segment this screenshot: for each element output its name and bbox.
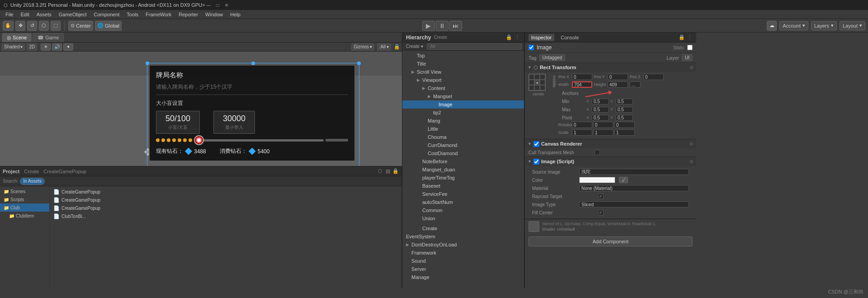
comp-menu-icon[interactable]: ⚙ xyxy=(689,65,693,70)
hier-content[interactable]: ▶ Content xyxy=(402,84,524,92)
menu-edit[interactable]: Edit xyxy=(17,10,33,19)
expand-icon[interactable]: ▶ xyxy=(428,94,433,99)
center-button[interactable]: ⊙ Center xyxy=(68,21,93,31)
in-assets-button[interactable]: In Assets xyxy=(20,178,45,185)
transform-hand-tool[interactable]: ✋ xyxy=(3,21,14,31)
canvas-renderer-header[interactable]: ▼ Canvas Renderer ⚙ xyxy=(525,139,696,148)
hier-common[interactable]: Common xyxy=(402,206,524,214)
pivot-x-input[interactable]: 0.5 xyxy=(592,115,609,121)
hier-dontdestroy[interactable]: ▶ DontDestroyOnLoad xyxy=(402,241,524,249)
expand-icon[interactable]: ▶ xyxy=(417,78,422,82)
rect-cell-tc[interactable] xyxy=(534,74,540,80)
layer-value[interactable]: UI xyxy=(682,54,693,61)
2d-button[interactable]: 2D xyxy=(27,43,37,51)
hier-notebefore[interactable]: NoteBefore xyxy=(402,157,524,166)
tab-game[interactable]: ☎ Game xyxy=(33,33,64,42)
scale-x-input[interactable]: 1 xyxy=(572,129,592,136)
light-toggle[interactable]: ☀ xyxy=(41,43,51,51)
add-component-button[interactable]: Add Component xyxy=(528,237,693,246)
comp-menu-icon[interactable]: ⚙ xyxy=(689,142,693,147)
maximize-button[interactable]: □ xyxy=(214,1,221,9)
image-type-value[interactable]: Sliced xyxy=(579,201,689,208)
menu-component[interactable]: Component xyxy=(90,10,123,19)
close-button[interactable]: ✕ xyxy=(223,1,230,9)
file-1[interactable]: 📄 CreateGamePopup xyxy=(52,188,400,195)
max-x-input[interactable]: 0.5 xyxy=(592,107,609,113)
hier-eventsystem[interactable]: EventSystem xyxy=(402,232,524,241)
cull-checkbox[interactable] xyxy=(594,150,600,155)
menu-assets[interactable]: Assets xyxy=(33,10,55,19)
slider-thumb[interactable] xyxy=(194,135,204,145)
transform-move-tool[interactable]: ✥ xyxy=(15,21,25,31)
minimize-button[interactable]: — xyxy=(205,1,212,9)
menu-gameobject[interactable]: GameObject xyxy=(55,10,90,19)
proj-clubitem[interactable]: 📁ClubItem xyxy=(0,212,49,220)
hier-chouma[interactable]: Chouma xyxy=(402,133,524,141)
hier-servicefee[interactable]: ServiceFee xyxy=(402,190,524,198)
rect-transform-header[interactable]: ▼ ⬡ Rect Transform ⚙ xyxy=(525,63,696,72)
hier-image[interactable]: Image xyxy=(402,100,524,109)
rect-cell-tr[interactable] xyxy=(540,74,545,80)
hier-currdiamond[interactable]: CurrDiamond xyxy=(402,141,524,149)
hier-title[interactable]: Title xyxy=(402,60,524,68)
hier-tip2[interactable]: tip2 xyxy=(402,109,524,117)
canvas-renderer-checkbox[interactable] xyxy=(533,141,539,147)
pos-z-input[interactable]: 0 xyxy=(643,74,664,80)
file-2[interactable]: 📄 CreateGamePopup xyxy=(52,196,400,203)
rect-cell-mc[interactable]: ● xyxy=(534,80,540,85)
tab-inspector[interactable]: Inspector xyxy=(528,34,554,41)
fill-center-checkbox[interactable]: ✓ xyxy=(598,210,604,215)
menu-framework[interactable]: FrameWork xyxy=(142,10,175,19)
rect-cell-br[interactable] xyxy=(540,85,545,90)
menu-window[interactable]: Window xyxy=(202,10,226,19)
image-script-header[interactable]: ▼ Image (Script) ⚙ xyxy=(525,157,696,166)
hierarchy-lock-icon[interactable]: 🔒 xyxy=(506,34,512,41)
scale-y-input[interactable]: 1 xyxy=(593,129,613,136)
static-checkbox[interactable] xyxy=(687,45,693,50)
cloud-button[interactable]: ☁ xyxy=(767,21,777,31)
scale-z-input[interactable]: 1 xyxy=(614,129,635,136)
width-input[interactable]: 704 xyxy=(572,81,592,88)
rot-y-input[interactable]: 0 xyxy=(593,122,613,128)
layers-dropdown[interactable]: Layers ▾ xyxy=(811,21,837,30)
object-active-checkbox[interactable] xyxy=(528,45,534,50)
hier-create-btn[interactable]: Create ▾ xyxy=(404,44,425,49)
hier-viewport[interactable]: ▶ Viewport xyxy=(402,76,524,84)
expand-icon[interactable]: ▶ xyxy=(406,242,411,247)
raycast-checkbox[interactable]: ✓ xyxy=(598,194,604,199)
hier-sound[interactable]: Sound xyxy=(402,257,524,265)
project-lock-icon[interactable]: 🔒 xyxy=(392,168,399,175)
layout-dropdown[interactable]: Layout ▾ xyxy=(840,21,865,30)
hier-little[interactable]: Little xyxy=(402,125,524,133)
inspector-menu-icon[interactable]: ⋮ xyxy=(686,34,693,41)
rect-cell-ml[interactable] xyxy=(529,80,534,85)
material-value[interactable]: None (Material) xyxy=(579,185,689,191)
tab-console[interactable]: Console xyxy=(558,34,581,41)
proj-scripts[interactable]: 📁Scripts xyxy=(0,195,49,203)
tag-value[interactable]: Untagged xyxy=(539,54,565,61)
rot-x-input[interactable]: 0 xyxy=(572,122,592,128)
rect-cell-tl[interactable] xyxy=(529,74,534,80)
menu-tools[interactable]: Tools xyxy=(123,10,142,19)
hier-scrollview[interactable]: ▶ Scroll View xyxy=(402,68,524,76)
pause-button[interactable]: ⏸ xyxy=(436,21,448,31)
min-x-input[interactable]: 0.5 xyxy=(592,99,609,104)
hier-create-item[interactable]: Create xyxy=(402,224,524,232)
global-button[interactable]: 🌐 Global xyxy=(95,21,122,31)
project-icon2[interactable]: ▤ xyxy=(385,168,391,175)
hier-playertimetog[interactable]: playerTimeTog xyxy=(402,174,524,182)
inspector-lock-icon[interactable]: 🔒 xyxy=(679,34,685,41)
menu-help[interactable]: Help xyxy=(226,10,244,19)
file-3[interactable]: 📄 CreateGamePopup xyxy=(52,204,400,212)
file-4[interactable]: 📄 ClubTonBi... xyxy=(52,213,400,220)
image-script-checkbox[interactable] xyxy=(533,159,539,165)
transform-rect-tool[interactable]: ⬚ xyxy=(51,21,61,31)
color-picker-icon[interactable]: 🖊 xyxy=(619,177,628,183)
hier-costdiamond[interactable]: CostDiamond xyxy=(402,149,524,157)
shaded-dropdown[interactable]: Shaded ▾ xyxy=(2,43,25,51)
scene-lock-icon[interactable]: 🔒 xyxy=(394,44,400,50)
effects-toggle[interactable]: ✦ xyxy=(63,43,73,51)
hierarchy-search-input[interactable] xyxy=(427,43,522,50)
audio-toggle[interactable]: 🔊 xyxy=(52,43,62,51)
rect-cell-mr[interactable] xyxy=(540,80,545,85)
